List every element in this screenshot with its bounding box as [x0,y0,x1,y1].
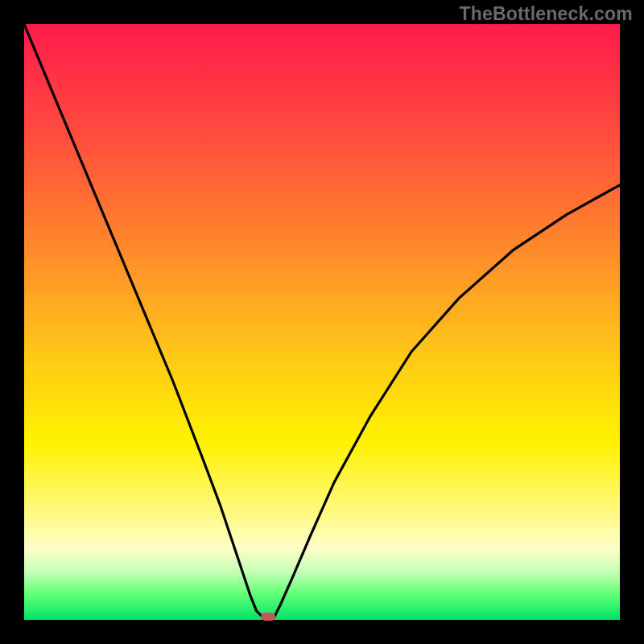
plot-area [24,24,620,620]
optimal-point-marker [261,613,275,621]
watermark-text: TheBottleneck.com [459,3,633,25]
bottleneck-curve [24,24,620,620]
